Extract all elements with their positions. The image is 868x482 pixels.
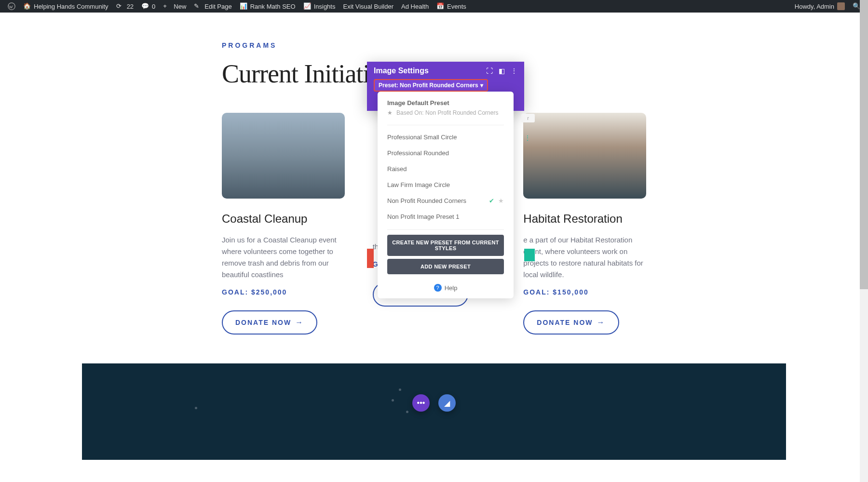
- card-image[interactable]: [222, 113, 345, 199]
- card-goal: GOAL: $150,000: [523, 288, 646, 296]
- snap-icon[interactable]: ◧: [499, 67, 505, 75]
- updates-count: 22: [127, 3, 134, 10]
- comments-count: 0: [152, 3, 155, 10]
- comments-link[interactable]: 💬0: [137, 0, 159, 13]
- edit-page-link[interactable]: ✎Edit Page: [190, 0, 235, 13]
- arrow-icon: →: [597, 318, 606, 327]
- add-preset-button[interactable]: ADD NEW PRESET: [387, 259, 504, 274]
- check-icon: ✔: [489, 197, 494, 204]
- module-handle-teal[interactable]: [524, 249, 535, 261]
- exit-visual-builder[interactable]: Exit Visual Builder: [339, 0, 397, 13]
- preset-selector[interactable]: Preset: Non Profit Rounded Corners ▾: [374, 79, 488, 92]
- card-coastal-cleanup: Coastal Cleanup Join us for a Coastal Cl…: [222, 113, 345, 335]
- ad-health-link[interactable]: Ad Health: [397, 0, 433, 13]
- donate-button[interactable]: DONATE NOW→: [523, 310, 619, 335]
- howdy-link[interactable]: Howdy, Admin: [791, 0, 849, 13]
- insights-link[interactable]: 📈Insights: [299, 0, 339, 13]
- builder-menu-fab[interactable]: •••: [412, 394, 430, 412]
- more-icon[interactable]: ⋮: [511, 67, 517, 75]
- preset-item[interactable]: Non Profit Image Preset 1: [378, 209, 514, 225]
- rank-math-link[interactable]: 📊Rank Math SEO: [236, 0, 299, 13]
- image-settings-modal: Image Settings ⛶ ◧ ⋮ Preset: Non Profit …: [367, 62, 524, 111]
- new-link[interactable]: +New: [159, 0, 190, 13]
- preset-item[interactable]: Raised: [378, 161, 514, 177]
- help-link[interactable]: ?Help: [378, 277, 514, 298]
- based-on-label: ★Based On: Non Profit Rounded Corners: [387, 109, 504, 116]
- module-handle-red[interactable]: [367, 249, 374, 268]
- wp-logo[interactable]: [4, 0, 19, 13]
- card-description: Join us for a Coastal Cleanup event wher…: [222, 234, 345, 281]
- preset-dropdown: Image Default Preset ★Based On: Non Prof…: [378, 92, 514, 298]
- events-link[interactable]: 📅Events: [433, 0, 470, 13]
- preset-item[interactable]: Professional Small Circle: [378, 129, 514, 145]
- module-hover-dots[interactable]: ⋮: [524, 134, 535, 143]
- card-image[interactable]: [523, 113, 646, 199]
- create-preset-button[interactable]: CREATE NEW PRESET FROM CURRENT STYLES: [387, 235, 504, 256]
- scroll-thumb[interactable]: [860, 0, 868, 289]
- expand-icon[interactable]: ⛶: [486, 67, 493, 75]
- card-title: Habitat Restoration: [523, 212, 646, 226]
- preset-item[interactable]: Professional Rounded: [378, 145, 514, 161]
- card-habitat-restoration: Habitat Restoration e a part of our Habi…: [523, 113, 646, 335]
- site-name-link[interactable]: 🏠Helping Hands Community: [19, 0, 112, 13]
- avatar: [837, 2, 845, 10]
- default-preset-item[interactable]: Image Default Preset: [387, 99, 504, 107]
- modal-strip: r: [521, 114, 535, 122]
- help-icon: ?: [434, 284, 442, 292]
- donate-button[interactable]: DONATE NOW→: [222, 310, 317, 335]
- chevron-down-icon: ▾: [480, 82, 483, 89]
- eyebrow: PROGRAMS: [222, 41, 646, 49]
- scrollbar[interactable]: [860, 0, 868, 460]
- preset-item[interactable]: Non Profit Rounded Corners✔★: [378, 193, 514, 209]
- card-goal: GOAL: $250,000: [222, 288, 345, 296]
- modal-title: Image Settings: [374, 67, 429, 75]
- star-icon[interactable]: ★: [498, 197, 504, 204]
- builder-action-fab[interactable]: ◢: [438, 394, 456, 412]
- card-title: Coastal Cleanup: [222, 212, 345, 226]
- wp-admin-bar: 🏠Helping Hands Community ⟳22 💬0 +New ✎Ed…: [0, 0, 868, 13]
- star-icon: ★: [387, 109, 393, 116]
- card-description: e a part of our Habitat Restoration even…: [523, 234, 646, 281]
- updates-link[interactable]: ⟳22: [112, 0, 137, 13]
- preset-item[interactable]: Law Firm Image Circle: [378, 177, 514, 193]
- site-name: Helping Hands Community: [34, 3, 108, 10]
- arrow-icon: →: [295, 318, 304, 327]
- footer-section: ••• ◢: [82, 363, 786, 460]
